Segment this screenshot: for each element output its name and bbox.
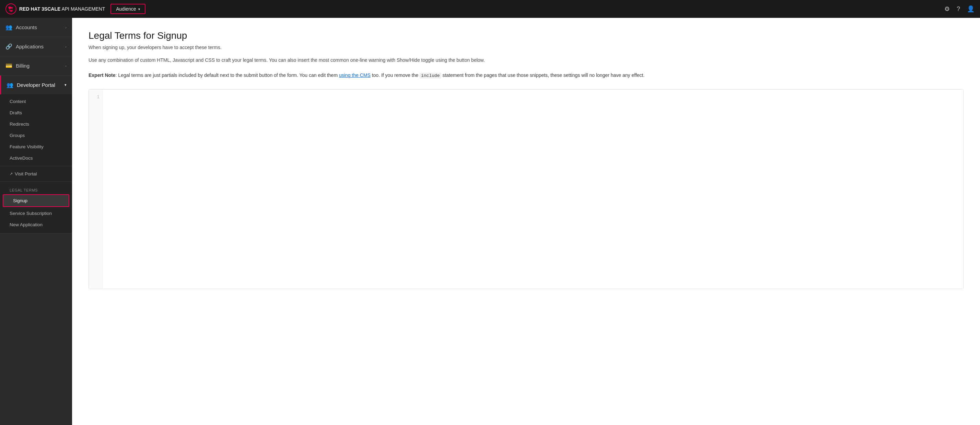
redhat-logo-icon (5, 3, 16, 14)
brand-logo: RED HAT 3SCALE API MANAGEMENT (5, 3, 105, 14)
expert-note-text1: : Legal terms are just partials included… (116, 72, 339, 78)
code-editor: 1 (89, 89, 964, 289)
help-icon[interactable]: ? (957, 5, 960, 13)
user-icon[interactable]: 👤 (967, 5, 975, 13)
billing-icon: 💳 (5, 62, 12, 69)
sidebar: 👥 Accounts › 🔗 Applications › 💳 Billing … (0, 18, 72, 425)
sidebar-item-applications[interactable]: 🔗 Applications › (0, 37, 72, 56)
sidebar-section-accounts: 👥 Accounts › (0, 18, 72, 37)
sidebar-item-accounts[interactable]: 👥 Accounts › (0, 18, 72, 37)
sidebar-section-developer-portal: 👥 Developer Portal ▾ Content Drafts Redi… (0, 75, 72, 234)
brand-name: RED HAT 3SCALE API MANAGEMENT (19, 6, 105, 12)
sidebar-item-drafts[interactable]: Drafts (0, 107, 72, 118)
sidebar-divider (0, 166, 72, 166)
developer-portal-icon: 👥 (6, 82, 13, 88)
legal-terms-section: Legal Terms Signup Service Subscription … (0, 184, 72, 232)
developer-portal-sub-menu: Content Drafts Redirects Groups Feature … (0, 94, 72, 233)
page-title: Legal Terms for Signup (89, 30, 964, 41)
page-subtitle: When signing up, your developers have to… (89, 45, 964, 50)
expert-note-text3: statement from the pages that use those … (441, 72, 645, 78)
applications-icon: 🔗 (5, 43, 12, 50)
sidebar-item-activedocs[interactable]: ActiveDocs (0, 153, 72, 164)
page-description: Use any combination of custom HTML, Java… (89, 56, 964, 64)
audience-button[interactable]: Audience ▾ (110, 4, 145, 14)
sidebar-item-signup[interactable]: Signup (3, 194, 69, 207)
chevron-right-icon: › (65, 45, 67, 49)
expert-note-bold: Expert Note (89, 72, 116, 78)
sidebar-item-billing[interactable]: 💳 Billing › (0, 56, 72, 75)
sidebar-item-content[interactable]: Content (0, 96, 72, 107)
sidebar-item-feature-visibility[interactable]: Feature Visibility (0, 141, 72, 153)
main-content-area: Legal Terms for Signup When signing up, … (72, 18, 980, 425)
svg-point-0 (6, 4, 16, 14)
sidebar-divider-2 (0, 181, 72, 182)
expert-note: Expert Note: Legal terms are just partia… (89, 72, 964, 80)
external-link-icon: ↗ (10, 172, 13, 176)
sidebar-item-visit-portal[interactable]: ↗ Visit Portal (0, 168, 72, 180)
line-numbers: 1 (89, 89, 103, 289)
chevron-down-icon: ▾ (65, 83, 67, 87)
sidebar-item-groups[interactable]: Groups (0, 130, 72, 141)
top-navigation: RED HAT 3SCALE API MANAGEMENT Audience ▾… (0, 0, 980, 18)
chevron-right-icon: › (65, 64, 67, 68)
sidebar-item-service-subscription[interactable]: Service Subscription (0, 208, 72, 219)
legal-terms-label: Legal Terms (0, 187, 72, 194)
expert-note-text2: too. If you remove the (371, 72, 420, 78)
sidebar-section-applications: 🔗 Applications › (0, 37, 72, 56)
sidebar-item-developer-portal[interactable]: 👥 Developer Portal ▾ (0, 75, 72, 94)
main-layout: 👥 Accounts › 🔗 Applications › 💳 Billing … (0, 18, 980, 425)
sidebar-item-redirects[interactable]: Redirects (0, 118, 72, 130)
cms-link[interactable]: using the CMS (339, 72, 371, 78)
chevron-down-icon: ▾ (138, 7, 140, 11)
accounts-icon: 👥 (5, 24, 12, 30)
code-textarea[interactable] (103, 89, 963, 289)
chevron-right-icon: › (65, 25, 67, 30)
include-code: include (420, 73, 441, 79)
sidebar-section-billing: 💳 Billing › (0, 56, 72, 75)
settings-icon[interactable]: ⚙ (944, 5, 950, 13)
sidebar-item-new-application[interactable]: New Application (0, 219, 72, 230)
nav-right-actions: ⚙ ? 👤 (944, 5, 975, 13)
line-number-1: 1 (89, 94, 100, 100)
